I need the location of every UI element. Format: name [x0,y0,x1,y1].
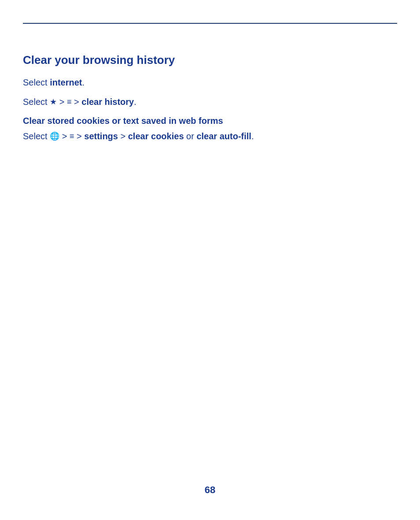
instruction3-or: or [184,131,197,141]
menu-icon-2: ≡ [70,130,74,142]
instruction1-prefix: Select [23,78,50,87]
main-content: Clear your browsing history Select inter… [23,53,397,149]
instruction3-prefix: Select [23,131,50,141]
menu-icon-1: ≡ [67,96,72,108]
globe-icon: 🌐 [50,130,59,142]
top-border [23,23,397,24]
section1-title: Clear your browsing history [23,53,397,68]
section2-title: Clear stored cookies or text saved in we… [23,115,397,127]
instruction3-gt2: > [74,131,84,141]
instruction1-suffix: . [82,78,85,87]
instruction2-gt1: > [57,97,67,107]
page-number: 68 [0,484,420,496]
instruction3-gt1: > [59,131,70,141]
instruction2-gt2: > [71,97,81,107]
instruction2-suffix: . [134,97,136,107]
instruction2-bold: clear history [81,97,134,107]
instruction3-bold2: clear cookies [128,131,184,141]
instruction3-suffix: . [251,131,254,141]
instruction1: Select internet. [23,76,397,89]
instruction3-bold1: settings [84,131,118,141]
instruction2: Select ★ > ≡ > clear history. [23,95,397,108]
instruction2-prefix: Select [23,97,50,107]
instruction3-gt3: > [118,131,128,141]
instruction3-bold3: clear auto-fill [196,131,251,141]
instruction3: Select 🌐 > ≡ > settings > clear cookies … [23,130,397,143]
star-icon: ★ [50,96,57,108]
instruction1-bold: internet [50,78,82,87]
